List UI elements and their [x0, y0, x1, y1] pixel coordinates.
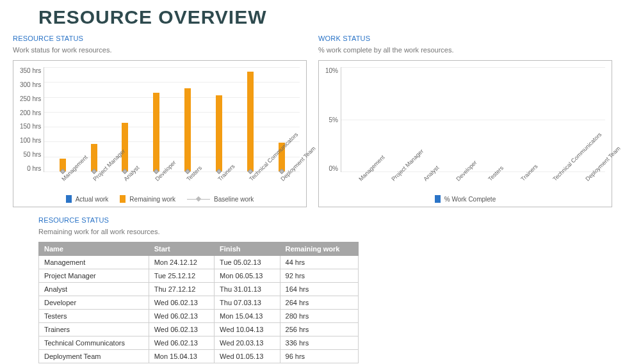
table-cell: Wed 01.05.13 — [215, 350, 280, 363]
table-row: AnalystThu 27.12.12Thu 31.01.13164 hrs — [39, 283, 359, 296]
table-cell: Technical Communicators — [39, 336, 149, 350]
table-cell: Developer — [39, 296, 149, 310]
table-cell: Tue 05.02.13 — [215, 256, 280, 269]
table-row: TrainersWed 06.02.13Wed 10.04.13256 hrs — [39, 323, 359, 336]
legend-remaining-work: Remaining work — [120, 195, 175, 203]
table-cell: Mon 06.05.13 — [215, 269, 280, 283]
y-tick: 10% — [325, 67, 338, 74]
page-title: RESOURCE OVERVIEW — [38, 6, 612, 28]
remaining-work-swatch-icon — [120, 195, 126, 203]
legend-baseline-work: Baseline work — [187, 196, 254, 203]
bar-remaining-work — [247, 72, 254, 171]
table-header-cell: Start — [149, 242, 214, 256]
table-row: Technical CommunicatorsWed 06.02.13Wed 2… — [39, 336, 359, 350]
table-cell: Thu 31.01.13 — [215, 283, 280, 296]
y-tick: 0% — [325, 165, 338, 172]
resource-status-table-section: RESOURCE STATUS Remaining work for all w… — [38, 216, 359, 363]
table-cell: 96 hrs — [280, 350, 358, 363]
table-cell: Tue 25.12.12 — [149, 269, 214, 283]
table-cell: Testers — [39, 310, 149, 323]
legend-label: Baseline work — [214, 196, 254, 203]
table-header-cell: Name — [39, 242, 149, 256]
work-status-chart: 10%5%0% ManagementProject ManagerAnalyst… — [318, 60, 612, 207]
table-cell: Trainers — [39, 323, 149, 336]
resource-status-table: NameStartFinishRemaining work Management… — [38, 242, 359, 363]
bar-remaining-work — [153, 93, 159, 171]
table-subtitle: Remaining work for all work resources. — [38, 228, 359, 235]
table-cell: Deployment Team — [39, 350, 149, 363]
table-cell: Mon 15.04.13 — [149, 350, 214, 363]
resource-status-chart: 350 hrs300 hrs250 hrs200 hrs150 hrs100 h… — [13, 60, 307, 207]
legend-label: % Work Complete — [444, 196, 496, 203]
table-cell: Thu 07.03.13 — [215, 296, 280, 310]
bar-remaining-work — [122, 123, 128, 171]
table-row: Project ManagerTue 25.12.12Mon 06.05.139… — [39, 269, 359, 283]
table-cell: Mon 24.12.12 — [149, 256, 214, 269]
y-tick: 150 hrs — [20, 123, 41, 130]
y-tick: 0 hrs — [20, 165, 41, 172]
table-cell: Wed 20.03.13 — [215, 336, 280, 350]
y-tick: 200 hrs — [20, 109, 41, 116]
y-tick: 50 hrs — [20, 151, 41, 158]
table-cell: Wed 06.02.13 — [149, 323, 214, 336]
table-cell: Project Manager — [39, 269, 149, 283]
y-tick: 100 hrs — [20, 137, 41, 144]
legend-label: Actual work — [76, 196, 109, 203]
table-cell: Wed 10.04.13 — [215, 323, 280, 336]
resource-status-panel: RESOURCE STATUS Work status for work res… — [13, 35, 307, 207]
table-cell: 264 hrs — [280, 296, 358, 310]
baseline-swatch-icon — [187, 197, 210, 201]
bar-remaining-work — [91, 144, 97, 171]
table-cell: 44 hrs — [280, 256, 358, 269]
actual-work-swatch-icon — [66, 195, 72, 203]
legend-label: Remaining work — [129, 196, 175, 203]
table-cell: Wed 06.02.13 — [149, 296, 214, 310]
table-cell: 280 hrs — [280, 310, 358, 323]
table-cell: Thu 27.12.12 — [149, 283, 214, 296]
resource-status-title: RESOURCE STATUS — [13, 35, 307, 42]
y-tick: 5% — [325, 116, 338, 123]
table-row: Deployment TeamMon 15.04.13Wed 01.05.139… — [39, 350, 359, 363]
table-cell: Mon 15.04.13 — [215, 310, 280, 323]
table-row: ManagementMon 24.12.12Tue 05.02.1344 hrs — [39, 256, 359, 269]
bar-remaining-work — [216, 95, 222, 171]
legend-actual-work: Actual work — [66, 195, 109, 203]
pct-complete-swatch-icon — [435, 195, 441, 203]
table-cell: 164 hrs — [280, 283, 358, 296]
work-status-title: WORK STATUS — [318, 35, 612, 42]
table-header-cell: Remaining work — [280, 242, 358, 256]
table-title: RESOURCE STATUS — [38, 216, 359, 224]
y-tick: 250 hrs — [20, 95, 41, 102]
table-row: DeveloperWed 06.02.13Thu 07.03.13264 hrs — [39, 296, 359, 310]
table-cell: Analyst — [39, 283, 149, 296]
table-cell: 336 hrs — [280, 336, 358, 350]
bar-remaining-work — [184, 88, 191, 171]
legend-pct-work-complete: % Work Complete — [435, 195, 496, 203]
table-header-cell: Finish — [215, 242, 280, 256]
table-row: TestersWed 06.02.13Mon 15.04.13280 hrs — [39, 310, 359, 323]
table-cell: 92 hrs — [280, 269, 358, 283]
work-status-panel: WORK STATUS % work complete by all the w… — [318, 35, 612, 207]
y-tick: 350 hrs — [20, 67, 41, 74]
y-tick: 300 hrs — [20, 81, 41, 88]
resource-status-subtitle: Work status for work resources. — [13, 46, 307, 54]
table-cell: Wed 06.02.13 — [149, 336, 214, 350]
work-status-subtitle: % work complete by all the work resource… — [318, 46, 612, 54]
table-cell: Management — [39, 256, 149, 269]
table-cell: Wed 06.02.13 — [149, 310, 214, 323]
table-cell: 256 hrs — [280, 323, 358, 336]
